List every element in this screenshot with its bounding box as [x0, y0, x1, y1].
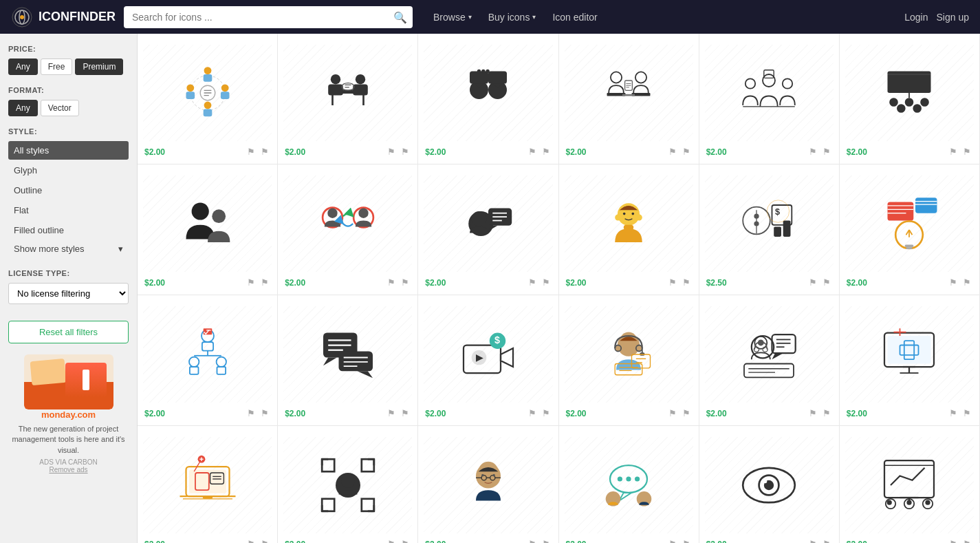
nav-buy-icons[interactable]: Buy icons ▾: [481, 8, 543, 27]
flag-button[interactable]: ⚑: [259, 276, 270, 289]
icon-cell-message-bubbles[interactable]: $2.00 ⚑ ⚑: [278, 295, 418, 426]
icon-cell-group-focus[interactable]: $2.00 ⚑ ⚑: [278, 426, 418, 543]
style-all-styles[interactable]: All styles: [8, 141, 129, 160]
nav-icon-editor[interactable]: Icon editor: [545, 8, 604, 27]
license-select[interactable]: No license filtering: [8, 283, 129, 304]
bookmark-button[interactable]: ⚑: [667, 537, 678, 543]
icon-cell-meeting-desk[interactable]: $2.00 ⚑ ⚑: [559, 34, 699, 164]
icon-cell-chart-board[interactable]: $2.00 ⚑ ⚑: [840, 426, 980, 543]
flag-button[interactable]: ⚑: [259, 145, 270, 158]
flag-button[interactable]: ⚑: [681, 145, 692, 158]
logo[interactable]: ICONFINDER: [11, 6, 116, 28]
bookmark-button[interactable]: ⚑: [527, 537, 538, 543]
icon-cell-interview-table[interactable]: $2.00 ⚑ ⚑: [278, 34, 418, 164]
icon-cell-analyst-headset[interactable]: $2.00 ⚑ ⚑: [559, 295, 699, 426]
flag-button[interactable]: ⚑: [259, 537, 270, 543]
format-vector-btn[interactable]: Vector: [41, 100, 79, 116]
bookmark-button[interactable]: ⚑: [667, 407, 678, 420]
icon-actions: ⚑ ⚑: [386, 407, 411, 420]
flag-button[interactable]: ⚑: [541, 276, 552, 289]
icon-cell-chat-person[interactable]: $2.00 ⚑ ⚑: [418, 164, 558, 295]
bookmark-button[interactable]: ⚑: [527, 276, 538, 289]
price-any-btn[interactable]: Any: [8, 58, 38, 75]
bookmark-button[interactable]: ⚑: [246, 276, 257, 289]
icon-cell-idea-bulb[interactable]: $2.00 ⚑ ⚑: [840, 164, 980, 295]
bookmark-button[interactable]: ⚑: [386, 276, 397, 289]
icon-actions: ⚑ ⚑: [667, 537, 692, 543]
icon-cell-task-delegate[interactable]: $2.00 ⚑ ⚑: [138, 295, 278, 426]
bookmark-button[interactable]: ⚑: [948, 145, 959, 158]
bookmark-button[interactable]: ⚑: [527, 145, 538, 158]
flag-button[interactable]: ⚑: [259, 407, 270, 420]
style-filled-outline[interactable]: Filled outline: [8, 221, 129, 239]
price-premium-btn[interactable]: Premium: [75, 58, 123, 75]
svg-point-7: [221, 84, 228, 92]
signup-link[interactable]: Sign up: [937, 12, 969, 23]
bookmark-button[interactable]: ⚑: [386, 145, 397, 158]
icon-cell-support-chat[interactable]: $2.00 ⚑ ⚑: [699, 295, 840, 426]
bookmark-button[interactable]: ⚑: [527, 407, 538, 420]
flag-button[interactable]: ⚑: [961, 407, 972, 420]
icon-cell-monitor-medical[interactable]: $2.00 ⚑ ⚑: [840, 295, 980, 426]
format-filter-section: FORMAT: Any Vector: [8, 86, 129, 116]
remove-ads-link[interactable]: Remove ads: [8, 466, 129, 473]
reset-filters-button[interactable]: Reset all filters: [8, 321, 129, 343]
icon-cell-group-outline[interactable]: $2.00 ⚑ ⚑: [699, 34, 840, 164]
search-button[interactable]: 🔍: [393, 10, 407, 23]
bookmark-button[interactable]: ⚑: [246, 145, 257, 158]
style-outline[interactable]: Outline: [8, 181, 129, 200]
icon-cell-eye-icon[interactable]: $2.00 ⚑ ⚑: [699, 426, 840, 543]
bookmark-button[interactable]: ⚑: [667, 276, 678, 289]
bookmark-button[interactable]: ⚑: [386, 407, 397, 420]
icon-cell-discussion-round[interactable]: $2.00 ⚑ ⚑: [418, 34, 558, 164]
format-any-btn[interactable]: Any: [8, 100, 38, 116]
flag-button[interactable]: ⚑: [821, 276, 832, 289]
flag-button[interactable]: ⚑: [681, 537, 692, 543]
bookmark-button[interactable]: ⚑: [386, 537, 397, 543]
flag-button[interactable]: ⚑: [961, 276, 972, 289]
icon-cell-meeting-circle[interactable]: $2.00 ⚑ ⚑: [138, 34, 278, 164]
flag-button[interactable]: ⚑: [821, 407, 832, 420]
bookmark-button[interactable]: ⚑: [246, 537, 257, 543]
flag-button[interactable]: ⚑: [961, 537, 972, 543]
flag-button[interactable]: ⚑: [541, 537, 552, 543]
flag-button[interactable]: ⚑: [821, 537, 832, 543]
bookmark-button[interactable]: ⚑: [246, 407, 257, 420]
flag-button[interactable]: ⚑: [681, 276, 692, 289]
icon-cell-audience[interactable]: $2.00 ⚑ ⚑: [840, 34, 980, 164]
nav-browse[interactable]: Browse ▾: [426, 8, 479, 27]
svg-rect-93: [905, 245, 914, 248]
show-more-styles-btn[interactable]: Show more styles ▾: [8, 239, 129, 258]
style-flat[interactable]: Flat: [8, 201, 129, 220]
bookmark-button[interactable]: ⚑: [807, 276, 818, 289]
icon-cell-man-glasses[interactable]: $2.00 ⚑ ⚑: [418, 426, 558, 543]
flag-button[interactable]: ⚑: [681, 407, 692, 420]
flag-button[interactable]: ⚑: [400, 407, 411, 420]
flag-button[interactable]: ⚑: [400, 537, 411, 543]
price-free-btn[interactable]: Free: [41, 58, 73, 75]
bookmark-button[interactable]: ⚑: [807, 145, 818, 158]
flag-button[interactable]: ⚑: [400, 145, 411, 158]
bookmark-button[interactable]: ⚑: [948, 407, 959, 420]
flag-button[interactable]: ⚑: [400, 276, 411, 289]
flag-button[interactable]: ⚑: [541, 145, 552, 158]
bookmark-button[interactable]: ⚑: [807, 407, 818, 420]
price-btn-group: Any Free Premium: [8, 58, 129, 75]
icon-cell-video-dollar[interactable]: $ $2.00 ⚑ ⚑: [418, 295, 558, 426]
flag-button[interactable]: ⚑: [961, 145, 972, 158]
icon-cell-team-chat-bubble[interactable]: $2.00 ⚑ ⚑: [559, 426, 699, 543]
style-glyph[interactable]: Glyph: [8, 161, 129, 180]
icon-cell-transfer-people[interactable]: $2.00 ⚑ ⚑: [278, 164, 418, 295]
bookmark-button[interactable]: ⚑: [807, 537, 818, 543]
bookmark-button[interactable]: ⚑: [667, 145, 678, 158]
icon-cell-laptop-add[interactable]: $2.00 ⚑ ⚑: [138, 426, 278, 543]
icon-cell-silhouette-pair[interactable]: $2.00 ⚑ ⚑: [138, 164, 278, 295]
flag-button[interactable]: ⚑: [541, 407, 552, 420]
flag-button[interactable]: ⚑: [821, 145, 832, 158]
bookmark-button[interactable]: ⚑: [948, 276, 959, 289]
login-link[interactable]: Login: [904, 12, 928, 23]
icon-cell-woman-support[interactable]: $2.00 ⚑ ⚑: [559, 164, 699, 295]
search-input[interactable]: [124, 6, 413, 28]
bookmark-button[interactable]: ⚑: [948, 537, 959, 543]
icon-cell-finance-tools[interactable]: $ $2.50 ⚑ ⚑: [699, 164, 840, 295]
